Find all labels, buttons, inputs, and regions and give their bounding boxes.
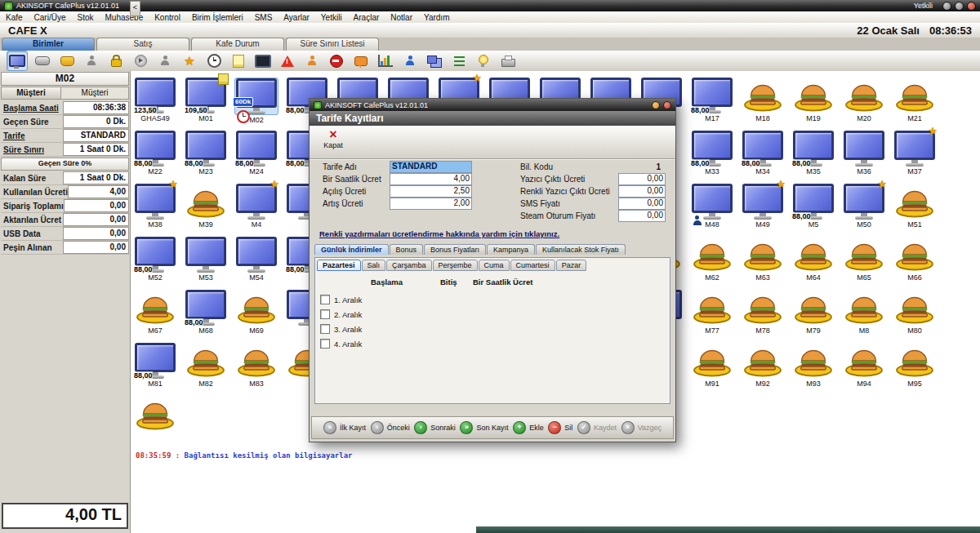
terminal-m22[interactable]: 88,00M22 xyxy=(132,131,178,181)
day-tab-cumartesi[interactable]: Cumartesi xyxy=(510,260,555,271)
field-input-sms-fiyatı[interactable]: 0,00 xyxy=(618,198,666,210)
terminal-m65[interactable]: M65 xyxy=(841,237,887,287)
terminal-m80[interactable]: M80 xyxy=(892,290,938,340)
field-input-steam-oturum-fiyatı[interactable]: 0,00 xyxy=(618,210,666,222)
ekle-button[interactable]: +Ekle xyxy=(513,421,544,434)
terminal-m69[interactable]: M69 xyxy=(234,290,279,340)
list-icon[interactable] xyxy=(449,51,469,70)
terminal-m83[interactable]: M83 xyxy=(234,343,279,393)
range-checkbox-1[interactable] xyxy=(320,295,330,304)
terminal-m53[interactable]: M53 xyxy=(183,237,229,287)
dialog-tab-kampanya[interactable]: Kampanya xyxy=(487,244,535,255)
menu-birim-i-şlemleri[interactable]: Birim İşlemleri xyxy=(186,12,249,23)
range-checkbox-4[interactable] xyxy=(320,339,330,349)
minimize-button[interactable] xyxy=(942,2,951,11)
day-tab-salı[interactable]: Salı xyxy=(362,260,386,271)
menu-kontrol[interactable]: Kontrol xyxy=(149,12,186,23)
terminal-m94[interactable]: M94 xyxy=(841,343,887,393)
terminal-m18[interactable]: M18 xyxy=(740,78,786,128)
info-label-süre-sınırı[interactable]: Süre Sınırı xyxy=(1,145,63,154)
dialog-tab-bonus[interactable]: Bonus xyxy=(390,244,424,255)
tab-birimler[interactable]: Birimler xyxy=(2,38,95,51)
terminal-m52[interactable]: 88,00M52 xyxy=(132,237,178,287)
terminal-m49[interactable]: ★M49 xyxy=(740,184,786,234)
info-label-başlama-saati[interactable]: Başlama Saati xyxy=(1,104,63,113)
terminal-m91[interactable]: M91 xyxy=(689,343,735,393)
chat-icon[interactable] xyxy=(351,51,371,70)
terminal-m4[interactable]: ★M4 xyxy=(234,184,279,234)
terminal-m01[interactable]: 109,50M01 xyxy=(183,78,229,128)
terminal-m67[interactable]: M67 xyxy=(132,290,178,340)
group-icon[interactable] xyxy=(302,51,322,70)
printer-icon[interactable] xyxy=(498,51,518,70)
menu-yetkili[interactable]: Yetkili xyxy=(315,12,348,23)
kaydet-button[interactable]: ✓Kaydet xyxy=(577,421,617,434)
member-icon[interactable] xyxy=(155,51,175,70)
dialog-close-button[interactable] xyxy=(663,101,671,109)
tab-satış[interactable]: Satış xyxy=(96,38,189,51)
terminal-ghas49[interactable]: 123,50GHAS49 xyxy=(132,78,178,128)
maximize-button[interactable] xyxy=(955,2,964,11)
terminal-m63[interactable]: M63 xyxy=(740,237,786,287)
person-icon[interactable] xyxy=(400,51,420,70)
terminal-m50[interactable]: ★M50 xyxy=(841,184,887,234)
day-tab-pazar[interactable]: Pazar xyxy=(556,260,587,271)
play-icon[interactable] xyxy=(131,51,150,70)
terminal-m20[interactable]: M20 xyxy=(841,78,887,128)
menu-cari-üye[interactable]: Cari/Üye xyxy=(29,12,72,23)
terminal-m78[interactable]: M78 xyxy=(740,290,786,340)
dialog-tab-günlük-i-ndirimler[interactable]: Günlük İndirimler xyxy=(314,244,389,255)
terminal-m62[interactable]: M62 xyxy=(689,237,735,287)
dialog-tab-bonus-fiyatları[interactable]: Bonus Fiyatları xyxy=(424,244,486,255)
terminal-m23[interactable]: 88,00M23 xyxy=(183,131,229,181)
field-input-tarife-adı[interactable]: STANDARD xyxy=(390,161,472,173)
son-kayıt-button[interactable]: »Son Kayıt xyxy=(460,421,508,434)
field-input-renkli-yazıcı-çıktı-ücreti[interactable]: 0,00 xyxy=(618,185,666,198)
terminal-m19[interactable]: M19 xyxy=(791,78,836,128)
block-icon[interactable] xyxy=(327,51,346,70)
terminal-m39[interactable]: M39 xyxy=(183,184,229,234)
info-label-tarife[interactable]: Tarife xyxy=(1,131,63,140)
dialog-minimize-button[interactable] xyxy=(652,101,660,109)
day-tab-pazartesi[interactable]: Pazartesi xyxy=(317,260,361,271)
terminal-m35[interactable]: 88,00M35 xyxy=(791,131,836,181)
dialog-tab-kullanılacak-stok-fiyatı[interactable]: Kullanılacak Stok Fiyatı xyxy=(536,244,626,255)
terminal-m68[interactable]: 88,00M68 xyxy=(183,290,229,340)
menu-stok[interactable]: Stok xyxy=(71,12,99,23)
field-input-bir-saatlik-ücret[interactable]: 4,00 xyxy=(390,173,472,185)
terminal-m64[interactable]: M64 xyxy=(791,237,836,287)
food-icon[interactable] xyxy=(57,51,77,70)
terminal-m5[interactable]: 88,00M5 xyxy=(791,184,836,234)
help-link[interactable]: Renkli yazdırmaları ücretlendirme hakkın… xyxy=(319,229,559,238)
menu-sms[interactable]: SMS xyxy=(249,12,278,23)
terminal-m51[interactable]: M51 xyxy=(892,184,938,234)
lock-icon[interactable] xyxy=(106,51,126,70)
terminal-m79[interactable]: M79 xyxy=(791,290,836,340)
sonraki-button[interactable]: ›Sonraki xyxy=(414,421,456,434)
note-icon[interactable] xyxy=(229,51,248,70)
day-tab-çarşamba[interactable]: Çarşamba xyxy=(386,260,432,271)
terminal-m24[interactable]: 88,00M24 xyxy=(234,131,279,181)
terminal-m95[interactable]: M95 xyxy=(892,343,938,393)
day-tab-cuma[interactable]: Cuma xyxy=(479,260,510,271)
screen-icon[interactable] xyxy=(253,51,273,70)
terminal-m21[interactable]: M21 xyxy=(892,78,938,128)
terminal-m92[interactable]: M92 xyxy=(740,343,786,393)
field-input-artış-ücreti[interactable]: 2,00 xyxy=(390,198,472,210)
tab-kafe-durum[interactable]: Kafe Durum xyxy=(191,38,284,51)
terminal-m8[interactable]: M8 xyxy=(841,290,887,340)
terminal-m54[interactable]: M54 xyxy=(234,237,279,287)
network-icon[interactable] xyxy=(425,51,444,70)
tab-süre-sınırı-listesi[interactable]: Süre Sınırı Listesi xyxy=(286,38,379,51)
menu-notlar[interactable]: Notlar xyxy=(385,12,418,23)
terminal-m77[interactable]: M77 xyxy=(689,290,735,340)
menu-yardım[interactable]: Yardım xyxy=(418,12,456,23)
terminal-m81[interactable]: 88,00M81 xyxy=(132,343,178,393)
menu-kafe[interactable]: Kafe xyxy=(0,12,29,23)
terminal-m34[interactable]: 88,00M34 xyxy=(740,131,786,181)
kapat-button[interactable]: × Kapat xyxy=(316,127,350,149)
terminal-m66[interactable]: M66 xyxy=(892,237,938,287)
terminal-m36[interactable]: M36 xyxy=(841,131,887,181)
field-input-yazıcı-çıktı-ücreti[interactable]: 0,00 xyxy=(618,173,666,185)
i-lk-kayıt-button[interactable]: «İlk Kayıt xyxy=(323,421,366,434)
